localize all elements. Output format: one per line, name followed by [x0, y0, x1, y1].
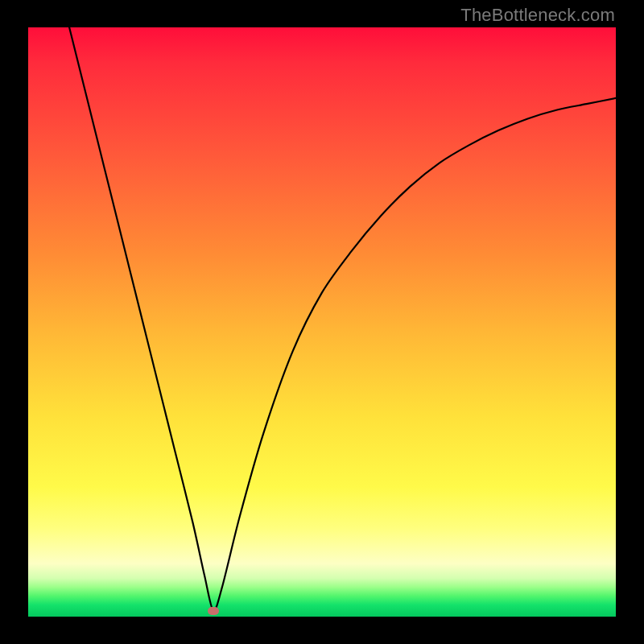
- bottleneck-curve: [28, 27, 616, 617]
- minimum-marker: [208, 607, 219, 615]
- watermark-text: TheBottleneck.com: [460, 5, 615, 26]
- chart-frame: TheBottleneck.com: [0, 0, 644, 644]
- plot-area: [28, 27, 616, 617]
